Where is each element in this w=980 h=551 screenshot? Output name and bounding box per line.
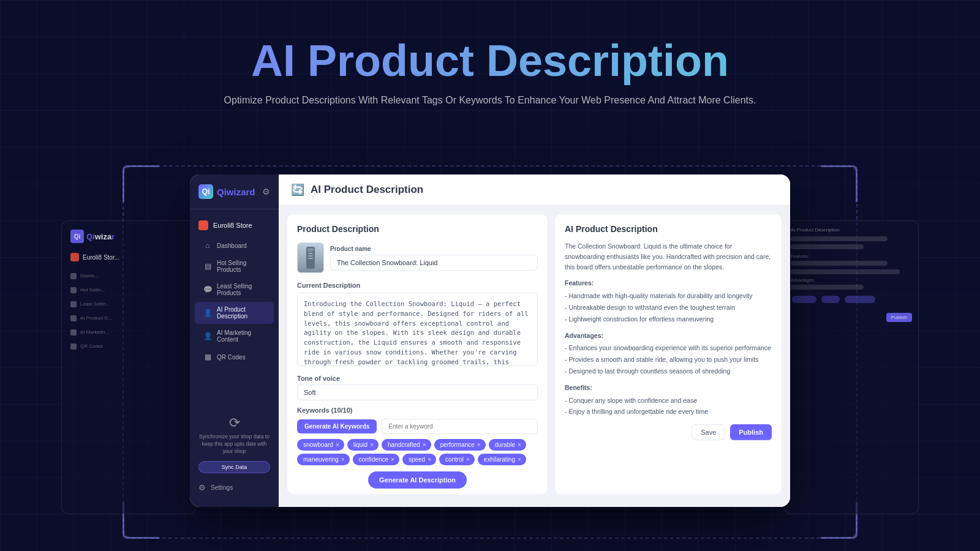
ghost-window-right: AI Product Description Features: Advanta… bbox=[784, 220, 919, 514]
keyword-tag[interactable]: exhilarating × bbox=[478, 454, 526, 465]
least-selling-icon: 💬 bbox=[203, 285, 212, 294]
settings-item[interactable]: ⚙ Settings bbox=[190, 478, 279, 497]
sidebar-item-dashboard[interactable]: ⌂ Dashboard bbox=[195, 237, 274, 254]
app-window: Qi Qiwizard ⚙ Euroli8 Store ⌂ Dashboard … bbox=[190, 174, 790, 507]
ai-feature-1: - Handmade with high-quality materials f… bbox=[565, 291, 772, 301]
right-panel: AI Product Description The Collection Sn… bbox=[555, 214, 782, 494]
keyword-tag[interactable]: handcrafted × bbox=[382, 439, 431, 451]
product-image bbox=[297, 242, 324, 273]
save-button[interactable]: Save bbox=[692, 424, 725, 440]
tone-label: Tone of voice bbox=[297, 375, 538, 382]
ai-marketing-icon: 👤 bbox=[203, 332, 212, 340]
ai-content: The Collection Snowboard: Liquid is the … bbox=[565, 241, 772, 417]
generate-ai-description-button[interactable]: Generate AI Description bbox=[368, 471, 467, 489]
panel-actions: Save Publish bbox=[565, 424, 772, 440]
tags-container: snowboard ×liquid ×handcrafted ×performa… bbox=[297, 439, 538, 465]
store-item: Euroli8 Store bbox=[190, 217, 279, 234]
tag-remove-icon[interactable]: × bbox=[428, 456, 431, 463]
keyword-tag[interactable]: durable × bbox=[489, 439, 526, 451]
sidebar-item-label: AI Product Description bbox=[217, 306, 265, 320]
ai-benefit-2: - Enjoy a thrilling and unforgettable ri… bbox=[565, 407, 772, 417]
hero-section: AI Product Description Optimize Product … bbox=[0, 0, 980, 106]
keywords-header: Keywords (10/10) bbox=[297, 407, 538, 414]
ai-benefit-1: - Conquer any slope with confidence and … bbox=[565, 395, 772, 406]
current-desc-label: Current Description bbox=[297, 282, 538, 289]
page-header-icon: 🔄 bbox=[291, 183, 304, 197]
keyword-tag[interactable]: confidence × bbox=[353, 454, 399, 465]
sync-icon: ⟳ bbox=[198, 415, 270, 431]
generate-ai-keywords-button[interactable]: Generate AI Keywords bbox=[297, 419, 377, 433]
product-name-field-group: Product name bbox=[330, 246, 538, 271]
tag-remove-icon[interactable]: × bbox=[336, 441, 339, 448]
product-name-label: Product name bbox=[330, 246, 538, 252]
sidebar-item-label: Dashboard bbox=[217, 242, 247, 249]
ai-feature-3: - Lightweight construction for effortles… bbox=[565, 314, 772, 324]
corner-decoration-tr bbox=[821, 165, 858, 202]
ai-benefits-heading: Benefits: bbox=[565, 383, 772, 393]
tag-remove-icon[interactable]: × bbox=[466, 456, 470, 463]
keyword-tag[interactable]: snowboard × bbox=[297, 439, 344, 451]
product-card: Product name bbox=[297, 242, 538, 273]
tag-remove-icon[interactable]: × bbox=[477, 441, 481, 448]
settings-icon: ⚙ bbox=[198, 483, 206, 492]
ai-feature-2: - Unbreakable design to withstand even t… bbox=[565, 302, 772, 313]
product-name-input[interactable] bbox=[330, 255, 538, 271]
keyword-tag[interactable]: speed × bbox=[402, 454, 436, 465]
main-content: 🔄 AI Product Description Product Descrip… bbox=[279, 174, 790, 507]
publish-button[interactable]: Publish bbox=[730, 424, 772, 440]
keyword-input[interactable] bbox=[382, 419, 538, 434]
sidebar-item-label: Hot Selling Products bbox=[217, 260, 265, 273]
main-header: 🔄 AI Product Description bbox=[279, 174, 790, 206]
sidebar-bottom: ⟳ Synchronize your shop data to keep thi… bbox=[190, 415, 279, 473]
current-description-textarea[interactable]: Introducing the Collection Snowboard: Li… bbox=[297, 293, 538, 366]
sidebar-item-label: QR Codes bbox=[217, 354, 246, 361]
page-title: AI Product Description bbox=[311, 184, 423, 196]
sidebar-item-qr-codes[interactable]: ▦ QR Codes bbox=[195, 348, 274, 365]
svg-rect-3 bbox=[308, 255, 313, 257]
sidebar-item-ai-product[interactable]: 👤 AI Product Description bbox=[195, 302, 274, 324]
tag-remove-icon[interactable]: × bbox=[518, 441, 521, 448]
keyword-tag[interactable]: maneuvering × bbox=[297, 454, 350, 465]
ai-panel-title: AI Product Description bbox=[565, 224, 772, 234]
ai-advantages-heading: Advantages: bbox=[565, 331, 772, 341]
ai-benefits-section: Benefits: - Conquer any slope with confi… bbox=[565, 383, 772, 417]
corner-decoration-tl bbox=[123, 165, 159, 202]
logo-settings-icon: ⚙ bbox=[262, 187, 270, 197]
tag-remove-icon[interactable]: × bbox=[518, 456, 521, 463]
sync-button[interactable]: Sync Data bbox=[198, 461, 270, 473]
ai-features-section: Features: - Handmade with high-quality m… bbox=[565, 278, 772, 324]
ghost-window-left: Qi Qiwizar Euroli8 Stor... Dashb... Hot … bbox=[61, 220, 196, 514]
sync-text: Synchronize your shop data to keep this … bbox=[198, 433, 270, 455]
ai-advantage-3: - Designed to last through countless sea… bbox=[565, 366, 772, 377]
keywords-row: Generate AI Keywords bbox=[297, 419, 538, 434]
store-dot bbox=[198, 220, 208, 230]
sidebar-item-least-selling[interactable]: 💬 Least Selling Products bbox=[195, 279, 274, 301]
sidebar-item-label: Least Selling Products bbox=[217, 283, 265, 296]
store-name: Euroli8 Store bbox=[213, 222, 252, 229]
keyword-tag[interactable]: liquid × bbox=[347, 439, 379, 451]
keyword-tag[interactable]: performance × bbox=[434, 439, 486, 451]
ai-advantage-1: - Enhances your snowboarding experience … bbox=[565, 343, 772, 353]
main-body: Product Description Product name bbox=[279, 206, 790, 503]
ai-intro: The Collection Snowboard: Liquid is the … bbox=[565, 241, 772, 272]
left-panel-title: Product Description bbox=[297, 224, 538, 234]
svg-rect-1 bbox=[307, 248, 314, 252]
hot-selling-icon: ▤ bbox=[203, 262, 212, 271]
keyword-tag[interactable]: control × bbox=[439, 454, 475, 465]
sidebar: Qi Qiwizard ⚙ Euroli8 Store ⌂ Dashboard … bbox=[190, 174, 279, 507]
sidebar-item-hot-selling[interactable]: ▤ Hot Selling Products bbox=[195, 255, 274, 277]
sidebar-logo: Qi Qiwizard ⚙ bbox=[190, 184, 279, 209]
keywords-label: Keywords (10/10) bbox=[297, 407, 352, 414]
logo-icon: Qi bbox=[198, 184, 213, 199]
svg-rect-2 bbox=[308, 253, 313, 254]
ai-content-fade bbox=[555, 438, 782, 462]
tag-remove-icon[interactable]: × bbox=[341, 456, 345, 463]
left-panel: Product Description Product name bbox=[287, 214, 548, 494]
logo-text: Qiwizard bbox=[217, 187, 255, 197]
tone-input[interactable] bbox=[297, 384, 538, 400]
qr-codes-icon: ▦ bbox=[203, 353, 212, 361]
tag-remove-icon[interactable]: × bbox=[370, 441, 374, 448]
tag-remove-icon[interactable]: × bbox=[423, 441, 426, 448]
tag-remove-icon[interactable]: × bbox=[391, 456, 394, 463]
sidebar-item-ai-marketing[interactable]: 👤 AI Marketing Content bbox=[195, 325, 274, 347]
